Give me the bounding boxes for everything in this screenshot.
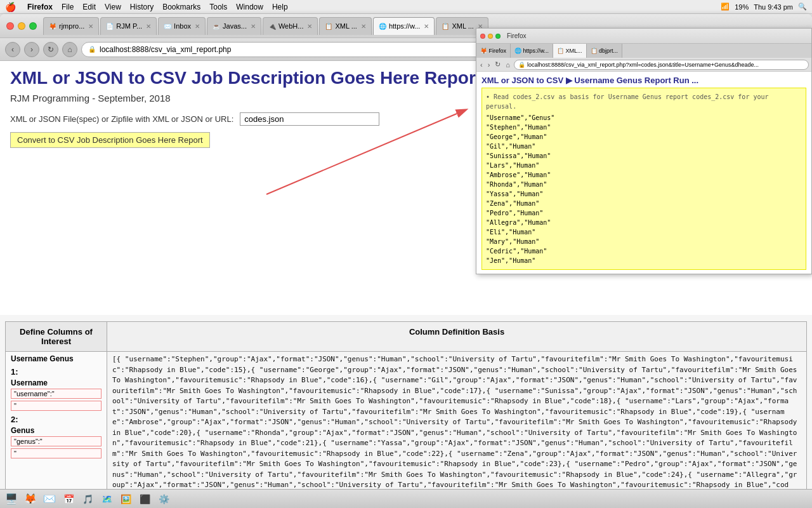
table-header: Define Columns of Interest Column Defini… bbox=[6, 322, 806, 352]
csv-line: "Ambrose","Human" bbox=[486, 170, 802, 180]
tab-inbox[interactable]: ✉️ Inbox ✕ bbox=[158, 17, 206, 35]
menubar-tools[interactable]: Tools bbox=[209, 3, 227, 11]
second-maximize[interactable] bbox=[495, 34, 501, 39]
genus-field-value[interactable]: "genus":" bbox=[11, 436, 102, 446]
minimize-button[interactable] bbox=[18, 22, 25, 30]
dock-settings[interactable]: ⚙️ bbox=[155, 491, 173, 507]
tab-close-4[interactable]: ✕ bbox=[251, 23, 256, 30]
csv-line: "Pedro","Human" bbox=[486, 208, 802, 218]
second-close[interactable] bbox=[480, 34, 485, 39]
maximize-button[interactable] bbox=[29, 22, 37, 30]
dock-maps[interactable]: 🗺️ bbox=[98, 491, 115, 507]
dock-firefox[interactable]: 🦊 bbox=[22, 491, 39, 507]
csv-line: "Sunissa","Human" bbox=[486, 151, 802, 161]
csv-line: "Username","Genus" bbox=[486, 113, 802, 123]
tab-close-2[interactable]: ✕ bbox=[146, 23, 151, 30]
second-lock-icon: 🔒 bbox=[518, 62, 525, 68]
csv-header-note: • Read codes_2.csv as basis for Username… bbox=[486, 92, 802, 111]
tab-favicon-2: 📄 bbox=[106, 23, 114, 30]
tab-close-1[interactable]: ✕ bbox=[88, 23, 93, 30]
file-input[interactable] bbox=[240, 112, 379, 126]
genus-field-label: Genus bbox=[11, 426, 102, 435]
tab-title-6: XML ... bbox=[335, 22, 357, 30]
tab-webh[interactable]: 🔌 WebH... ✕ bbox=[263, 17, 318, 35]
second-url-bar[interactable]: 🔒 localhost:8888/csv_via_xml_report.php?… bbox=[514, 60, 809, 70]
taskbar: 🖥️ 🦊 ✉️ 📅 🎵 🗺️ 🖼️ ⬛ ⚙️ bbox=[0, 489, 812, 508]
tab-current[interactable]: 🌐 https://w... ✕ bbox=[373, 17, 435, 35]
menubar-history[interactable]: History bbox=[130, 3, 154, 11]
convert-button[interactable]: Convert to CSV Job Description Goes Here… bbox=[10, 132, 210, 148]
genus-field-quote[interactable]: " bbox=[11, 448, 102, 458]
second-tabs: 🦊 Firefox 🌐 https://w... 📋 XML... 📋 dbjp… bbox=[476, 44, 811, 58]
second-home[interactable]: ⌂ bbox=[504, 61, 511, 69]
username-field-value[interactable]: "username":" bbox=[11, 389, 102, 399]
csv-line: "Yassa","Human" bbox=[486, 189, 802, 199]
second-reload[interactable]: ↻ bbox=[494, 60, 502, 69]
wifi-icon: 📶 bbox=[721, 3, 730, 11]
csv-line: "Allegra","Human" bbox=[486, 218, 802, 227]
dock-terminal[interactable]: ⬛ bbox=[136, 491, 154, 507]
second-page-content: XML or JSON to CSV ▶ Username Genus Repo… bbox=[476, 72, 811, 274]
tab-javas[interactable]: ☕ Javas... ✕ bbox=[207, 17, 261, 35]
second-tab-2[interactable]: 🌐 https://w... bbox=[511, 44, 553, 58]
tab-favicon-7: 🌐 bbox=[379, 23, 386, 30]
menubar-edit[interactable]: Edit bbox=[82, 3, 96, 11]
csv-line: "Mary","Human" bbox=[486, 237, 802, 246]
close-button[interactable] bbox=[6, 22, 14, 30]
menubar-help[interactable]: Help bbox=[272, 3, 288, 11]
tab-rjmpro[interactable]: 🦊 rjmpro... ✕ bbox=[43, 17, 99, 35]
json-data-panel: [{ "username":"Stephen","group":"Ajax","… bbox=[107, 352, 806, 508]
csv-line: "Jen","Human" bbox=[486, 256, 802, 265]
username-genus-label: Username Genus bbox=[11, 354, 102, 363]
csv-line: "Cedric","Human" bbox=[486, 246, 802, 256]
second-page-title: XML or JSON to CSV ▶ Username Genus Repo… bbox=[481, 76, 806, 85]
dock-music[interactable]: 🎵 bbox=[79, 491, 96, 507]
second-tab-4[interactable]: 📋 dbjprt... bbox=[587, 44, 623, 58]
menubar-view[interactable]: View bbox=[105, 3, 121, 11]
apple-menu[interactable]: 🍎 bbox=[5, 2, 16, 12]
tab-favicon-6: 📋 bbox=[325, 23, 332, 30]
traffic-lights bbox=[6, 22, 37, 30]
forward-button[interactable]: › bbox=[24, 42, 39, 57]
dock-finder[interactable]: 🖥️ bbox=[3, 491, 20, 507]
dock-mail[interactable]: ✉️ bbox=[41, 491, 58, 507]
tab-favicon-4: ☕ bbox=[213, 23, 220, 30]
tab-title-2: RJM P... bbox=[116, 22, 142, 30]
second-forward[interactable]: › bbox=[487, 61, 492, 69]
col-basis-header: Column Definition Basis bbox=[107, 322, 806, 351]
csv-line: "Gil","Human" bbox=[486, 142, 802, 151]
reload-button[interactable]: ↻ bbox=[43, 42, 58, 57]
tab-close-7[interactable]: ✕ bbox=[424, 23, 429, 30]
menubar-window[interactable]: Window bbox=[236, 3, 263, 11]
tab-close-5[interactable]: ✕ bbox=[307, 23, 312, 30]
tab-favicon-3: ✉️ bbox=[164, 23, 171, 30]
tab-title-4: Javas... bbox=[223, 22, 247, 30]
second-tab-3[interactable]: 📋 XML... bbox=[553, 44, 587, 58]
tab-close-3[interactable]: ✕ bbox=[195, 23, 200, 30]
second-tab-1[interactable]: 🦊 Firefox bbox=[476, 44, 511, 58]
row1-number: 1: bbox=[11, 367, 102, 377]
col-define-header: Define Columns of Interest bbox=[6, 322, 107, 351]
csv-line: "Zena","Human" bbox=[486, 199, 802, 208]
tab-close-6[interactable]: ✕ bbox=[361, 23, 366, 30]
search-icon[interactable]: 🔍 bbox=[798, 3, 807, 11]
csv-line: "Lars","Human" bbox=[486, 161, 802, 170]
csv-output-box: • Read codes_2.csv as basis for Username… bbox=[481, 88, 806, 270]
second-minimize[interactable] bbox=[488, 34, 493, 39]
menubar-status: 📶 19% Thu 9:43 pm 🔍 bbox=[721, 3, 807, 11]
username-field-label: Username bbox=[11, 378, 102, 387]
menubar-firefox[interactable]: Firefox bbox=[27, 3, 53, 11]
menubar-file[interactable]: File bbox=[62, 3, 74, 11]
second-back[interactable]: ‹ bbox=[479, 61, 484, 69]
tab-rjmp[interactable]: 📄 RJM P... ✕ bbox=[100, 17, 157, 35]
url-text: localhost:8888/csv_via_xml_report.php bbox=[100, 45, 231, 54]
username-field-quote[interactable]: " bbox=[11, 401, 102, 411]
dock-calendar[interactable]: 📅 bbox=[60, 491, 77, 507]
menubar-bookmarks[interactable]: Bookmarks bbox=[162, 3, 200, 11]
tab-xml1[interactable]: 📋 XML ... ✕ bbox=[319, 17, 371, 35]
second-traffic-lights bbox=[480, 34, 501, 39]
home-button[interactable]: ⌂ bbox=[62, 42, 77, 57]
dock-photos[interactable]: 🖼️ bbox=[117, 491, 134, 507]
browser-window: 🦊 rjmpro... ✕ 📄 RJM P... ✕ ✉️ Inbox ✕ ☕ … bbox=[0, 14, 812, 508]
back-button[interactable]: ‹ bbox=[5, 42, 20, 57]
